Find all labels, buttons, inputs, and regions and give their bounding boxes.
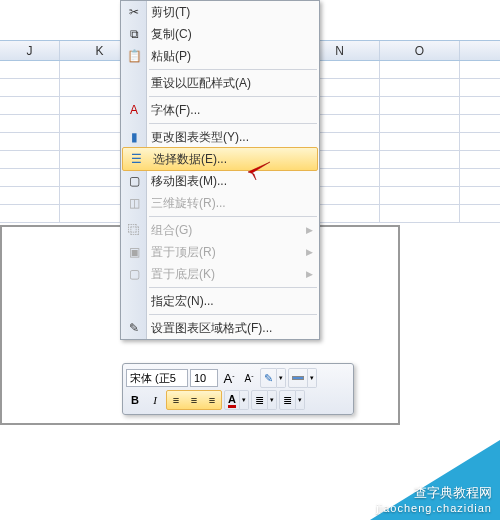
submenu-arrow-icon: ▶ <box>306 269 313 279</box>
menu-item: ▣置于顶层(R)▶ <box>121 241 319 263</box>
menu-separator <box>149 287 317 288</box>
menu-item[interactable]: ▮更改图表类型(Y)... <box>121 126 319 148</box>
menu-item-icon: ▣ <box>125 243 143 261</box>
menu-item-icon: ▢ <box>125 265 143 283</box>
menu-item-label: 设置图表区域格式(F)... <box>151 320 272 337</box>
menu-item-icon: ◫ <box>125 194 143 212</box>
menu-item-label: 剪切(T) <box>151 4 190 21</box>
watermark-url: jiaocheng.chazidian <box>376 502 492 514</box>
menu-item-icon: 📋 <box>125 47 143 65</box>
col-header[interactable]: O <box>380 41 460 60</box>
menu-item-label: 选择数据(E)... <box>153 151 227 168</box>
menu-item[interactable]: ✂剪切(T) <box>121 1 319 23</box>
menu-item-icon: ☰ <box>127 150 145 168</box>
align-right-button[interactable]: ≡ <box>203 391 221 409</box>
align-left-button[interactable]: ≡ <box>167 391 185 409</box>
align-group[interactable]: ≡ ≡ ≡ <box>166 390 222 410</box>
menu-item[interactable]: 📋粘贴(P) <box>121 45 319 67</box>
menu-item-label: 移动图表(M)... <box>151 173 227 190</box>
indent-increase-button[interactable]: ≣▾ <box>279 390 305 410</box>
menu-item-icon: ✂ <box>125 3 143 21</box>
submenu-arrow-icon: ▶ <box>306 247 313 257</box>
italic-button[interactable]: I <box>146 390 164 410</box>
menu-item[interactable]: ▢移动图表(M)... <box>121 170 319 192</box>
context-menu: ✂剪切(T)⧉复制(C)📋粘贴(P)重设以匹配样式(A)A字体(F)...▮更改… <box>120 0 320 340</box>
menu-item-icon: ▢ <box>125 172 143 190</box>
submenu-arrow-icon: ▶ <box>306 225 313 235</box>
fill-dropdown[interactable]: ▾ <box>288 368 317 388</box>
menu-item[interactable]: A字体(F)... <box>121 99 319 121</box>
menu-item: ⿻组合(G)▶ <box>121 219 319 241</box>
menu-item[interactable]: 重设以匹配样式(A) <box>121 72 319 94</box>
shrink-font-button[interactable]: Aˇ <box>240 368 258 388</box>
menu-item[interactable]: ☰选择数据(E)... <box>122 147 318 171</box>
bold-button[interactable]: B <box>126 390 144 410</box>
menu-separator <box>149 96 317 97</box>
menu-item[interactable]: ✎设置图表区域格式(F)... <box>121 317 319 339</box>
menu-item: ▢置于底层(K)▶ <box>121 263 319 285</box>
menu-item-icon: ⿻ <box>125 221 143 239</box>
col-header[interactable]: J <box>0 41 60 60</box>
menu-separator <box>149 123 317 124</box>
indent-decrease-button[interactable]: ≣▾ <box>251 390 277 410</box>
menu-item-label: 重设以匹配样式(A) <box>151 75 251 92</box>
menu-item: ◫三维旋转(R)... <box>121 192 319 214</box>
menu-item-icon: ⧉ <box>125 25 143 43</box>
menu-item-icon: ✎ <box>125 319 143 337</box>
menu-item-label: 置于顶层(R) <box>151 244 216 261</box>
align-center-button[interactable]: ≡ <box>185 391 203 409</box>
menu-item-label: 字体(F)... <box>151 102 200 119</box>
menu-separator <box>149 314 317 315</box>
font-size-selector[interactable]: 10 <box>190 369 218 387</box>
menu-item-label: 置于底层(K) <box>151 266 215 283</box>
menu-item-label: 更改图表类型(Y)... <box>151 129 249 146</box>
menu-item-label: 指定宏(N)... <box>151 293 214 310</box>
mini-toolbar: 宋体 (正5 10 Aˆ Aˇ ✎▾ ▾ B I ≡ ≡ ≡ A▾ ≣▾ ≣▾ <box>122 363 354 415</box>
annotation-arrow-icon <box>242 160 272 180</box>
menu-separator <box>149 69 317 70</box>
menu-item-label: 组合(G) <box>151 222 192 239</box>
menu-item-label: 三维旋转(R)... <box>151 195 226 212</box>
style-dropdown[interactable]: ✎▾ <box>260 368 286 388</box>
font-selector[interactable]: 宋体 (正5 <box>126 369 188 387</box>
menu-item[interactable]: 指定宏(N)... <box>121 290 319 312</box>
menu-item[interactable]: ⧉复制(C) <box>121 23 319 45</box>
font-color-dropdown[interactable]: A▾ <box>224 390 249 410</box>
watermark-title: 查字典教程网 <box>376 484 492 502</box>
grow-font-button[interactable]: Aˆ <box>220 368 238 388</box>
menu-item-icon <box>125 74 143 92</box>
menu-separator <box>149 216 317 217</box>
menu-item-icon: ▮ <box>125 128 143 146</box>
menu-item-icon <box>125 292 143 310</box>
menu-item-label: 粘贴(P) <box>151 48 191 65</box>
menu-item-label: 复制(C) <box>151 26 192 43</box>
watermark: 查字典教程网 jiaocheng.chazidian <box>310 420 500 520</box>
menu-item-icon: A <box>125 101 143 119</box>
